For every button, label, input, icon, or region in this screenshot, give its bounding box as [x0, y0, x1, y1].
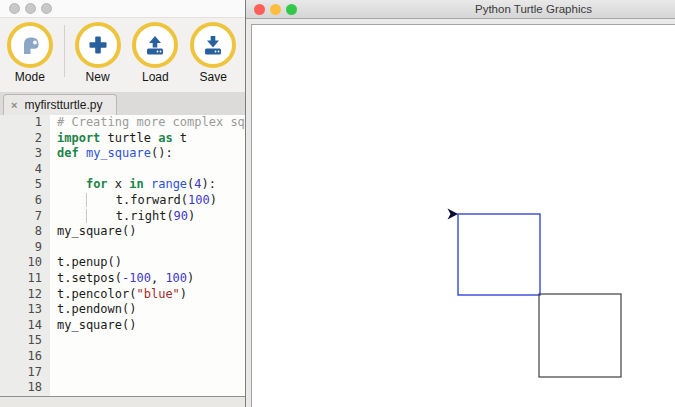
line-number: 17: [0, 365, 50, 381]
line-number: 9: [0, 240, 50, 256]
code-line: 11t.setpos(-100, 100): [0, 271, 246, 287]
code-line: 18: [0, 380, 246, 396]
minimize-button[interactable]: [25, 3, 36, 14]
code-lines: 1# Creating more complex sq2import turtl…: [0, 115, 246, 396]
minimize-button[interactable]: [270, 4, 281, 15]
new-button[interactable]: New: [73, 22, 123, 84]
line-number: 2: [0, 131, 50, 147]
turtle-cursor-icon: [448, 209, 459, 220]
turtle-canvas: [251, 24, 675, 407]
plus-icon: [75, 22, 121, 68]
code-text: t.pencolor("blue"): [50, 287, 187, 303]
code-line: 14my_square(): [0, 318, 246, 334]
code-editor[interactable]: 1# Creating more complex sq2import turtl…: [0, 115, 246, 396]
blue-square: [458, 214, 540, 295]
code-line: 7 t.right(90): [0, 209, 246, 225]
tab-myfirstturtle[interactable]: × myfirstturtle.py: [3, 94, 117, 115]
code-text: import turtle as t: [50, 131, 187, 147]
code-line: 15: [0, 333, 246, 349]
code-line: 13t.pendown(): [0, 302, 246, 318]
code-text: [50, 365, 57, 381]
code-text: t.penup(): [50, 255, 122, 271]
code-line: 8my_square(): [0, 224, 246, 240]
mode-button[interactable]: Mode: [5, 22, 55, 84]
code-text: [50, 333, 57, 349]
code-line: 9: [0, 240, 246, 256]
download-arrow-icon: [190, 22, 236, 68]
maximize-button[interactable]: [286, 4, 297, 15]
code-text: [50, 349, 57, 365]
close-button[interactable]: [254, 4, 265, 15]
code-line: 12t.pencolor("blue"): [0, 287, 246, 303]
code-line: 17: [0, 365, 246, 381]
line-number: 5: [0, 177, 50, 193]
load-button[interactable]: Load: [130, 22, 180, 84]
code-line: 5 for x in range(4):: [0, 177, 246, 193]
line-number: 4: [0, 162, 50, 178]
code-text: [50, 240, 57, 256]
code-text: my_square(): [50, 224, 136, 240]
code-line: 1# Creating more complex sq: [0, 115, 246, 131]
close-button[interactable]: [9, 3, 20, 14]
black-square: [539, 294, 621, 377]
line-number: 13: [0, 302, 50, 318]
traffic-lights: [254, 4, 297, 15]
code-text: t.pendown(): [50, 302, 136, 318]
code-text: def my_square():: [50, 146, 173, 162]
code-text: my_square(): [50, 318, 136, 334]
code-line: 3def my_square():: [0, 146, 246, 162]
maximize-button[interactable]: [41, 3, 52, 14]
editor-titlebar: [0, 0, 246, 18]
code-text: [50, 162, 57, 178]
turtle-window-body: [246, 19, 675, 407]
turtle-drawing: [252, 25, 675, 407]
code-line: 2import turtle as t: [0, 131, 246, 147]
line-number: 11: [0, 271, 50, 287]
code-text: t.forward(100): [50, 193, 217, 209]
turtle-graphics-window: Python Turtle Graphics: [245, 0, 675, 407]
line-number: 8: [0, 224, 50, 240]
line-number: 3: [0, 146, 50, 162]
upload-arrow-icon: [132, 22, 178, 68]
line-number: 16: [0, 349, 50, 365]
toolbar-separator: [64, 25, 65, 77]
line-number: 1: [0, 115, 50, 131]
code-text: t.right(90): [50, 209, 195, 225]
turtle-titlebar: Python Turtle Graphics: [246, 0, 675, 19]
line-number: 10: [0, 255, 50, 271]
line-number: 14: [0, 318, 50, 334]
code-line: 10t.penup(): [0, 255, 246, 271]
code-line: 6 t.forward(100): [0, 193, 246, 209]
mode-button-label: Mode: [15, 70, 45, 84]
screen: Mode New: [0, 0, 675, 407]
tab-close-icon[interactable]: ×: [11, 100, 17, 111]
code-text: for x in range(4):: [50, 177, 216, 193]
line-number: 6: [0, 193, 50, 209]
code-text: [50, 380, 57, 396]
tab-label: myfirstturtle.py: [24, 98, 102, 112]
turtle-window-title: Python Turtle Graphics: [475, 3, 592, 15]
load-button-label: Load: [142, 70, 169, 84]
line-number: 15: [0, 333, 50, 349]
mu-editor-window: Mode New: [0, 0, 246, 407]
save-button-label: Save: [199, 70, 226, 84]
line-number: 18: [0, 380, 50, 396]
code-text: t.setpos(-100, 100): [50, 271, 194, 287]
code-line: 16: [0, 349, 246, 365]
new-button-label: New: [86, 70, 110, 84]
save-button[interactable]: Save: [188, 22, 238, 84]
line-number: 12: [0, 287, 50, 303]
editor-statusbar: [0, 396, 246, 407]
line-number: 7: [0, 209, 50, 225]
tab-bar: × myfirstturtle.py: [0, 92, 246, 115]
code-line: 4: [0, 162, 246, 178]
editor-toolbar: Mode New: [0, 18, 246, 92]
code-text: # Creating more complex sq: [50, 115, 245, 131]
mu-mode-snake-icon: [7, 22, 53, 68]
